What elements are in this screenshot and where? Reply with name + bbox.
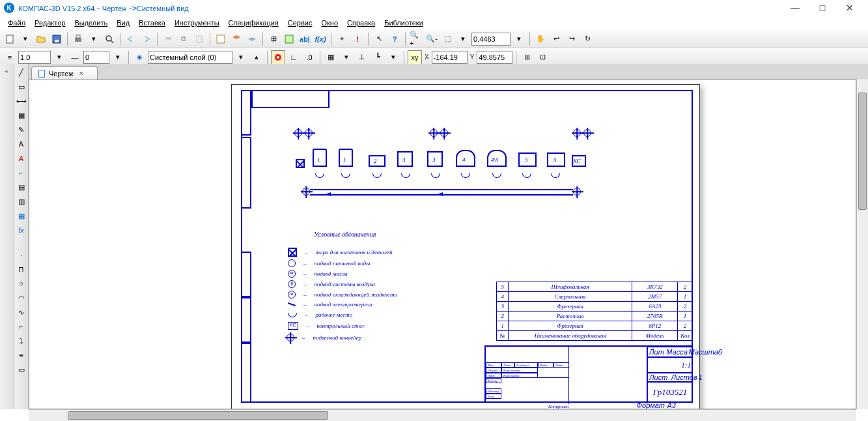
menu-select[interactable]: Выделить [70,18,111,28]
fillet-tool[interactable]: ⌐ [16,321,27,332]
snap-toggle-button[interactable]: ⊥ [355,50,369,65]
scale-input[interactable] [18,51,51,64]
undo-button[interactable] [124,32,138,46]
ortho-button[interactable]: ∟ [287,50,301,65]
layer-icon[interactable]: ◈ [132,50,147,65]
more-tool[interactable]: ≡ [16,349,27,361]
menu-tools[interactable]: Инструменты [171,18,223,28]
lcs-button[interactable]: ┗ [371,50,385,65]
layer-input[interactable] [148,51,232,64]
point-tool[interactable]: · [16,249,27,261]
pan-button[interactable]: ✋ [533,32,548,46]
tab-close-icon[interactable]: ✕ [79,70,84,77]
scrollbar-vertical[interactable] [856,80,868,409]
zoom-out-button[interactable]: 🔍- [425,32,439,46]
menu-spec[interactable]: Спецификация [225,18,283,28]
menu-view[interactable]: Вид [113,18,133,28]
scroll-thumb-v[interactable] [858,93,867,210]
tbl3-tool[interactable]: ▦ [16,210,27,222]
maximize-button[interactable]: □ [815,3,830,13]
menu-help[interactable]: Справка [343,18,379,28]
zoom-dd-button[interactable]: ▾ [456,32,470,46]
line-tool[interactable]: ╱ [16,66,27,78]
scale-dd[interactable]: ▾ [52,50,66,65]
lcs-dd[interactable]: ▾ [386,50,400,65]
snap-button[interactable] [271,50,285,65]
menu-editor[interactable]: Редактор [31,18,69,28]
preview-button[interactable] [102,32,117,46]
coord-sys-button[interactable]: ⊡ [535,50,550,65]
minimize-button[interactable]: — [787,3,803,13]
new-dd-button[interactable]: ▾ [18,32,33,46]
cut-button[interactable]: ✂ [161,32,175,46]
text-tool[interactable]: A [16,152,27,164]
menu-file[interactable]: Файл [4,18,29,28]
fx-button[interactable]: f(x) [313,32,328,46]
dim-tool[interactable]: ⟷ [16,95,27,107]
round-button[interactable]: .0 [302,50,316,65]
refresh-button[interactable]: ↻ [580,32,595,46]
layer-prev-button[interactable]: ▴ [249,50,264,65]
props-button[interactable] [214,32,228,46]
hatch-tool[interactable]: ▦ [16,109,27,121]
seg-tool[interactable]: ⊓ [16,263,27,275]
coord-panel-button[interactable]: ⊞ [520,50,534,65]
open-button[interactable] [34,32,48,46]
tbl-tool[interactable]: ▤ [16,181,27,193]
workspace[interactable]: 1 1 2 3 3 4 4\5 5 5 КС [29,80,856,409]
tbl2-tool[interactable]: ▥ [16,196,27,207]
step-input[interactable] [83,51,109,64]
paste-button[interactable]: 📋 [192,32,206,46]
fx-tool[interactable]: fx [16,224,27,236]
exit-tool[interactable]: ⤵ [16,335,27,347]
var-button[interactable]: ab| [298,32,312,46]
zoom-frame-button[interactable]: ⬚ [440,32,455,46]
zoom-next-button[interactable]: ↪ [565,32,579,46]
step-dd[interactable]: ▾ [111,50,125,65]
stop-button[interactable]: ! [350,32,365,46]
layers2-button[interactable] [245,32,259,46]
document-tab[interactable]: Чертеж ✕ [31,66,98,80]
arc-tool[interactable]: ⌐ [16,167,27,179]
zoom-spinner[interactable]: ▾ [512,32,526,46]
close-button[interactable]: ✕ [842,3,858,13]
grid-button[interactable]: ▦ [324,50,338,65]
scroll-thumb-h[interactable] [68,411,328,420]
menu-service[interactable]: Сервис [284,18,316,28]
grid-dd[interactable]: ▾ [339,50,354,65]
left-rail-collapsed[interactable]: ◂ [0,64,14,409]
layer-dd[interactable]: ▾ [234,50,248,65]
arc2-tool[interactable]: ◠ [16,292,27,304]
param-button[interactable] [282,32,296,46]
menu-libraries[interactable]: Библиотеки [380,18,427,28]
coord-x-input[interactable] [432,51,468,64]
menu-window[interactable]: Окно [317,18,342,28]
machine-4 [456,150,475,167]
line-color-button[interactable]: — [68,50,82,65]
line-style-button[interactable]: ≡ [3,50,17,65]
print-dd-button[interactable]: ▾ [87,32,101,46]
pointer-button[interactable]: ↖ [372,32,386,46]
tree-button[interactable]: ⊞ [266,32,281,46]
copy-button[interactable]: ⧉ [176,32,191,46]
zoom-input[interactable] [471,33,511,46]
coord-y-input[interactable] [477,51,512,64]
zoom-prev-button[interactable]: ↩ [549,32,563,46]
new-button[interactable] [3,32,17,46]
draw-tool[interactable]: ✎ [16,124,27,136]
rect-tool[interactable]: ▭ [16,81,27,93]
help-button[interactable]: ? [387,32,402,46]
spline-tool[interactable]: ∿ [16,306,27,318]
save-button[interactable] [49,32,64,46]
more2-tool[interactable]: ▭ [16,364,27,375]
layers-button[interactable] [229,32,244,46]
menu-insert[interactable]: Вставка [135,18,169,28]
zoom-in-button[interactable]: 🔍+ [409,32,423,46]
print-button[interactable] [71,32,85,46]
xy-button[interactable]: xy [408,50,422,65]
redo-button[interactable] [139,32,154,46]
circle-tool[interactable]: ○ [16,278,27,289]
measure-button[interactable]: ⌖ [335,32,349,46]
edit-tool[interactable]: A [16,138,27,150]
scrollbar-horizontal[interactable] [29,409,856,421]
